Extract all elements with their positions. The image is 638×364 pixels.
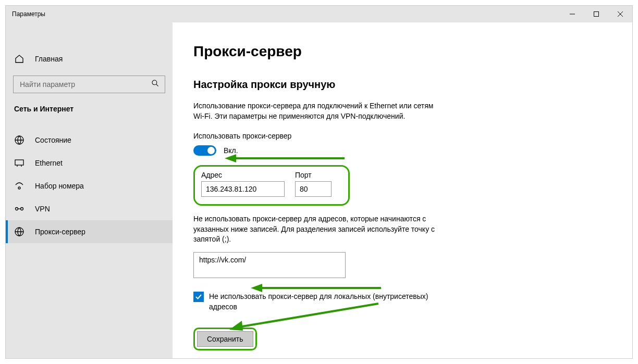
sidebar-item-vpn[interactable]: VPN [6, 197, 173, 220]
svg-marker-18 [251, 284, 262, 292]
use-proxy-label: Использовать прокси-сервер [193, 132, 611, 140]
svg-rect-1 [594, 12, 599, 17]
svg-line-5 [156, 84, 158, 86]
svg-point-12 [21, 208, 23, 210]
sidebar-item-label: Набор номера [35, 182, 84, 190]
sidebar-item-label: Состояние [35, 136, 71, 144]
address-port-group: Адрес Порт [193, 165, 350, 206]
window-controls [560, 6, 632, 22]
port-input[interactable] [295, 181, 332, 197]
svg-rect-7 [15, 160, 23, 165]
address-input[interactable] [201, 181, 285, 197]
toggle-state-label: Вкл. [224, 146, 238, 155]
search-input[interactable] [19, 80, 151, 89]
sidebar-item-status[interactable]: Состояние [6, 129, 173, 152]
vpn-icon [14, 204, 24, 214]
use-proxy-toggle[interactable] [193, 145, 216, 156]
settings-window: Параметры Главная [5, 5, 633, 359]
ethernet-icon [14, 158, 24, 168]
close-button[interactable] [608, 6, 632, 22]
content-area: Прокси-сервер Настройка прокси вручную И… [173, 22, 632, 358]
minimize-button[interactable] [560, 6, 584, 22]
save-button-highlight: Сохранить [193, 328, 257, 350]
sidebar: Главная Сеть и Интернет Состояние [6, 22, 173, 358]
home-icon [14, 54, 24, 64]
sidebar-home-label: Главная [35, 55, 63, 63]
sidebar-item-dialup[interactable]: Набор номера [6, 174, 173, 197]
sidebar-category: Сеть и Интернет [6, 105, 173, 113]
section-title: Настройка прокси вручную [193, 79, 611, 91]
maximize-button[interactable] [584, 6, 608, 22]
section-description: Использование прокси-сервера для подключ… [193, 101, 438, 121]
save-button[interactable]: Сохранить [197, 331, 253, 347]
page-title: Прокси-сервер [193, 43, 611, 60]
address-label: Адрес [201, 171, 285, 179]
search-icon [151, 79, 160, 90]
search-box[interactable] [13, 76, 165, 93]
sidebar-item-proxy[interactable]: Прокси-сервер [6, 220, 173, 243]
sidebar-item-label: Прокси-сервер [35, 228, 85, 236]
bypass-local-label: Не использовать прокси-сервер для локаль… [209, 292, 438, 312]
window-title: Параметры [12, 10, 45, 18]
sidebar-item-ethernet[interactable]: Ethernet [6, 152, 173, 174]
svg-point-10 [18, 187, 20, 189]
port-label: Порт [295, 171, 332, 179]
titlebar: Параметры [6, 6, 632, 22]
sidebar-home[interactable]: Главная [6, 48, 173, 69]
exceptions-input[interactable] [193, 252, 346, 278]
proxy-icon [14, 227, 24, 237]
sidebar-item-label: VPN [35, 205, 50, 213]
svg-point-4 [152, 80, 157, 85]
dialup-icon [14, 181, 24, 191]
sidebar-item-label: Ethernet [35, 159, 63, 167]
exceptions-hint: Не использовать прокси-сервер для адресо… [193, 214, 438, 245]
svg-point-11 [16, 208, 18, 210]
status-icon [14, 135, 24, 145]
bypass-local-checkbox[interactable] [193, 292, 204, 302]
